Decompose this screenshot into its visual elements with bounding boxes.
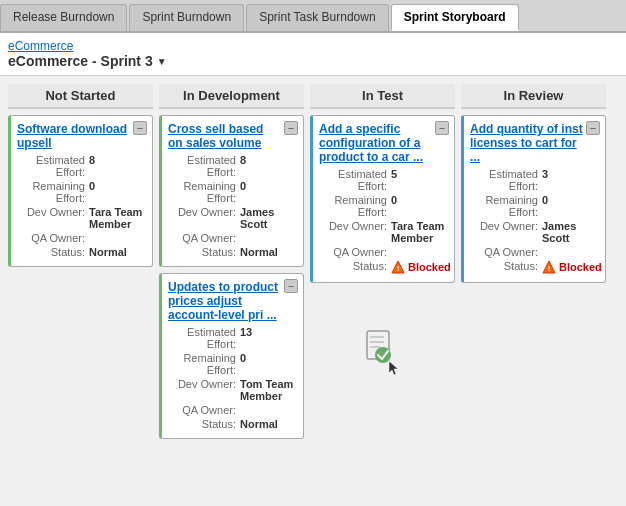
board-container: Not Started Software download upsell − E… [0,76,626,496]
value-dev-owner-4: Tara Team Member [391,220,448,244]
tab-sprint-burndown[interactable]: Sprint Burndown [129,4,244,31]
label-remaining-2: RemainingEffort: [168,180,240,204]
card-1-title[interactable]: Software download upsell [17,122,146,150]
card-4-minus[interactable]: − [435,121,449,135]
value-dev-owner-5: James Scott [542,220,599,244]
value-estimated-3: 13 [240,326,252,350]
svg-rect-5 [370,346,380,348]
label-qa-owner-4: QA Owner: [319,246,391,258]
card-2-fields: EstimatedEffort: 8 RemainingEffort: 0 De… [168,154,297,258]
story-card-3: Updates to product prices adjust account… [159,273,304,439]
dropdown-arrow-icon[interactable]: ▼ [157,56,167,67]
svg-marker-7 [389,361,398,375]
cursor-icon [363,329,403,379]
drag-cursor-area [310,309,455,405]
value-estimated-1: 8 [89,154,95,178]
value-dev-owner-2: James Scott [240,206,297,230]
label-estimated-3: EstimatedEffort: [168,326,240,350]
tab-sprint-storyboard[interactable]: Sprint Storyboard [391,4,519,31]
svg-text:!: ! [548,264,551,273]
label-status-5: Status: [470,260,542,274]
label-qa-owner-3: QA Owner: [168,404,240,416]
label-qa-owner-2: QA Owner: [168,232,240,244]
value-status-5: ! Blocked [542,260,602,274]
breadcrumb[interactable]: eCommerce [8,39,73,53]
value-status-4: ! Blocked [391,260,451,274]
card-5-title[interactable]: Add quantity of inst licenses to cart fo… [470,122,599,164]
column-not-started: Not Started Software download upsell − E… [8,84,153,488]
column-header-in-development: In Development [159,84,304,109]
label-remaining: RemainingEffort: [17,180,89,204]
label-remaining-5: RemainingEffort: [470,194,542,218]
header-title: eCommerce - Sprint 3 ▼ [8,53,167,69]
value-status-3: Normal [240,418,278,430]
label-remaining-3: RemainingEffort: [168,352,240,376]
label-dev-owner-3: Dev Owner: [168,378,240,402]
value-estimated-4: 5 [391,168,397,192]
card-3-fields: EstimatedEffort: 13 RemainingEffort: 0 D… [168,326,297,430]
blocked-label-4: Blocked [408,261,451,273]
svg-rect-4 [370,341,384,343]
value-remaining-5: 0 [542,194,548,218]
tab-sprint-task-burndown[interactable]: Sprint Task Burndown [246,4,389,31]
header-row: eCommerce eCommerce - Sprint 3 ▼ [0,33,626,76]
column-header-in-test: In Test [310,84,455,109]
value-dev-owner-3: Tom Team Member [240,378,297,402]
story-card-2: Cross sell based on sales volume − Estim… [159,115,304,267]
label-estimated-4: EstimatedEffort: [319,168,391,192]
column-in-test: In Test Add a specific configuration of … [310,84,455,488]
column-header-in-review: In Review [461,84,606,109]
value-remaining-4: 0 [391,194,397,218]
card-2-minus[interactable]: − [284,121,298,135]
card-3-title[interactable]: Updates to product prices adjust account… [168,280,297,322]
value-status-2: Normal [240,246,278,258]
tabs-bar: Release Burndown Sprint Burndown Sprint … [0,0,626,33]
card-1-minus[interactable]: − [133,121,147,135]
value-estimated-5: 3 [542,168,548,192]
story-card-4: Add a specific configuration of a produc… [310,115,455,283]
story-card-1: Software download upsell − EstimatedEffo… [8,115,153,267]
svg-text:!: ! [397,264,400,273]
column-in-review: In Review Add quantity of inst licenses … [461,84,606,488]
value-estimated-2: 8 [240,154,246,178]
column-header-not-started: Not Started [8,84,153,109]
card-4-title[interactable]: Add a specific configuration of a produc… [319,122,448,164]
label-qa-owner-5: QA Owner: [470,246,542,258]
value-remaining-1: 0 [89,180,95,204]
label-estimated-5: EstimatedEffort: [470,168,542,192]
label-dev-owner-5: Dev Owner: [470,220,542,244]
card-1-fields: EstimatedEffort: 8 RemainingEffort: 0 De… [17,154,146,258]
card-2-title[interactable]: Cross sell based on sales volume [168,122,297,150]
label-dev-owner: Dev Owner: [17,206,89,230]
value-dev-owner-1: Tara Team Member [89,206,146,230]
label-dev-owner-4: Dev Owner: [319,220,391,244]
svg-rect-3 [370,336,384,338]
label-status-3: Status: [168,418,240,430]
card-5-fields: EstimatedEffort: 3 RemainingEffort: 0 De… [470,168,599,274]
value-remaining-2: 0 [240,180,246,204]
story-card-5: Add quantity of inst licenses to cart fo… [461,115,606,283]
blocked-triangle-icon-5: ! [542,260,556,274]
label-status-2: Status: [168,246,240,258]
blocked-triangle-icon: ! [391,260,405,274]
label-qa-owner: QA Owner: [17,232,89,244]
label-remaining-4: RemainingEffort: [319,194,391,218]
label-status-4: Status: [319,260,391,274]
value-remaining-3: 0 [240,352,246,376]
blocked-label-5: Blocked [559,261,602,273]
label-status: Status: [17,246,89,258]
label-estimated-2: EstimatedEffort: [168,154,240,178]
tab-release-burndown[interactable]: Release Burndown [0,4,127,31]
card-5-minus[interactable]: − [586,121,600,135]
card-4-fields: EstimatedEffort: 5 RemainingEffort: 0 De… [319,168,448,274]
column-in-development: In Development Cross sell based on sales… [159,84,304,488]
card-3-minus[interactable]: − [284,279,298,293]
label-dev-owner-2: Dev Owner: [168,206,240,230]
value-status-1: Normal [89,246,127,258]
label-estimated: EstimatedEffort: [17,154,89,178]
